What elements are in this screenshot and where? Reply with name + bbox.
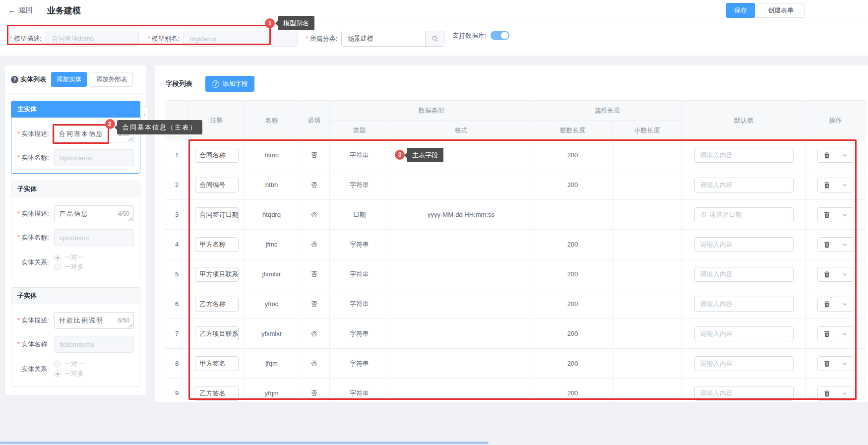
delete-row-button[interactable]: [818, 327, 836, 341]
trash-icon: [823, 330, 830, 337]
sub-entity-2-desc-input[interactable]: 付款比例说明 6/50: [54, 312, 134, 329]
default-value-input[interactable]: 请输入内容: [694, 386, 794, 401]
type-cell: 字符串: [330, 319, 389, 349]
comment-input[interactable]: 甲方项目联系人: [195, 267, 239, 282]
default-value-input[interactable]: 请输入内容: [694, 178, 794, 192]
default-value-input[interactable]: 请输入内容: [694, 267, 794, 282]
comment-input[interactable]: 甲方签名: [195, 356, 239, 371]
row-index: 5: [165, 259, 189, 289]
default-value-input[interactable]: 请输入内容: [694, 237, 794, 252]
default-value-input[interactable]: 请输入内容: [694, 356, 794, 371]
delete-row-button[interactable]: [818, 297, 836, 311]
row-index: 3: [165, 200, 189, 230]
expand-row-button[interactable]: [836, 178, 854, 192]
back-button[interactable]: ← 返回: [8, 6, 33, 15]
intlength-column-header: 整数长度: [533, 121, 613, 140]
comment-input[interactable]: 合同名称: [195, 148, 239, 163]
default-value-input[interactable]: 请输入内容: [694, 297, 794, 312]
category-search-button[interactable]: [426, 31, 444, 47]
help-icon[interactable]: ?: [11, 76, 18, 83]
default-value-input[interactable]: 请输入内容: [694, 326, 794, 341]
default-date-input[interactable]: 请选择日期: [694, 207, 794, 222]
annotation-tooltip-2: 合同基本信息（主表）: [117, 120, 202, 134]
int-length-cell: 200: [533, 230, 613, 259]
default-cell: 请输入内容: [682, 289, 806, 319]
expand-row-button[interactable]: [836, 327, 854, 341]
comment-input[interactable]: 合同编号: [195, 178, 239, 192]
action-cell: [806, 289, 866, 319]
expand-row-button[interactable]: [836, 238, 854, 252]
comment-input[interactable]: 乙方项目联系人: [195, 326, 239, 341]
expand-row-button[interactable]: [836, 148, 854, 162]
delete-row-button[interactable]: [818, 267, 836, 281]
horizontal-scrollbar[interactable]: [0, 442, 489, 444]
category-label: *所属分类:: [306, 34, 337, 43]
add-external-table-button[interactable]: 添加外部表: [91, 72, 133, 87]
required-cell: 否: [299, 230, 330, 259]
type-cell: 字符串: [330, 289, 389, 319]
delete-row-button[interactable]: [818, 148, 836, 162]
radio-one-to-many[interactable]: 一对多: [54, 262, 84, 271]
action-cell: [806, 379, 866, 402]
field-name-cell: yfqm: [245, 379, 299, 402]
clock-icon: [700, 211, 707, 218]
action-cell: [806, 319, 866, 349]
comment-input[interactable]: 乙方名称: [195, 297, 239, 312]
model-desc-input[interactable]: 合同管理demo: [46, 31, 139, 47]
expand-row-button[interactable]: [836, 297, 854, 311]
add-field-button[interactable]: ? 添加字段: [205, 76, 254, 92]
row-index: 9: [165, 379, 189, 402]
dec-length-cell: [613, 259, 682, 289]
delete-row-button[interactable]: [818, 386, 836, 400]
radio-one-to-one[interactable]: 一对一: [54, 360, 84, 369]
int-length-cell: 200: [533, 140, 613, 170]
comment-input[interactable]: 合同签订日期: [195, 207, 239, 222]
comment-input[interactable]: 甲方名称: [195, 237, 239, 252]
save-button[interactable]: 保存: [726, 3, 755, 18]
dec-length-cell: [613, 379, 682, 402]
radio-one-to-one[interactable]: 一对一: [54, 253, 84, 262]
comment-cell: 合同名称: [189, 140, 245, 170]
action-cell: [806, 230, 866, 259]
category-input[interactable]: 场景建模: [341, 31, 426, 47]
type-cell: 日期: [330, 200, 389, 230]
delete-row-button[interactable]: [818, 238, 836, 252]
database-toggle[interactable]: [491, 31, 509, 40]
main-entity-desc-input[interactable]: 合同基本信息 6/50 2 合同基本信息（主表）: [54, 126, 134, 142]
sub-entity-2-name-input[interactable]: fkblsmdemo: [54, 336, 134, 353]
radio-one-to-many[interactable]: 一对多: [54, 369, 84, 378]
expand-row-button[interactable]: [836, 386, 854, 400]
dec-length-cell: [613, 319, 682, 349]
field-name-cell: htmc: [245, 140, 299, 170]
main-entity-name-input[interactable]: htjbxxdemo: [54, 149, 134, 166]
chevron-left-icon: ‹: [144, 111, 146, 118]
expand-row-button[interactable]: [836, 208, 854, 222]
comment-cell: 乙方项目联系人: [189, 319, 245, 349]
add-entity-button[interactable]: 添加实体: [51, 72, 87, 87]
comment-cell: 甲方名称: [189, 230, 245, 259]
add-field-label: 添加字段: [222, 79, 248, 88]
expand-row-button[interactable]: [836, 267, 854, 281]
model-alias-input[interactable]: htgldemo: [183, 31, 298, 47]
chevron-down-icon: [842, 242, 848, 248]
field-name-cell: jfmc: [245, 230, 299, 259]
expand-row-button[interactable]: [836, 357, 854, 371]
declength-column-header: 小数长度: [613, 121, 682, 140]
default-value-input[interactable]: 请输入内容: [694, 148, 794, 163]
main-entity-card[interactable]: 主实体 *实体描述: 合同基本信息 6/50 2 合同基本信息（主表） *: [11, 101, 140, 174]
sub-entity-1-name-input[interactable]: cpxxdemo: [54, 229, 134, 246]
format-cell: [389, 259, 533, 289]
delete-row-button[interactable]: [818, 178, 836, 192]
sub-entity-card-2[interactable]: 子实体 *实体描述: 付款比例说明 6/50 *实体名称: fkblsmdemo…: [11, 287, 140, 387]
sub-entity-1-desc-input[interactable]: 产品信息 4/50: [54, 205, 134, 222]
delete-row-button[interactable]: [818, 357, 836, 371]
entity-desc-label: *实体描述:: [17, 209, 54, 218]
format-cell: [389, 319, 533, 349]
trash-icon: [823, 152, 830, 159]
create-form-button[interactable]: 创建表单: [757, 3, 805, 18]
entity-desc-label: *实体描述:: [17, 316, 54, 325]
delete-row-button[interactable]: [818, 208, 836, 222]
action-cell: [806, 140, 866, 170]
sub-entity-card-1[interactable]: 子实体 *实体描述: 产品信息 4/50 *实体名称: cpxxdemo 实体关…: [11, 181, 140, 280]
comment-input[interactable]: 乙方签名: [195, 386, 239, 401]
